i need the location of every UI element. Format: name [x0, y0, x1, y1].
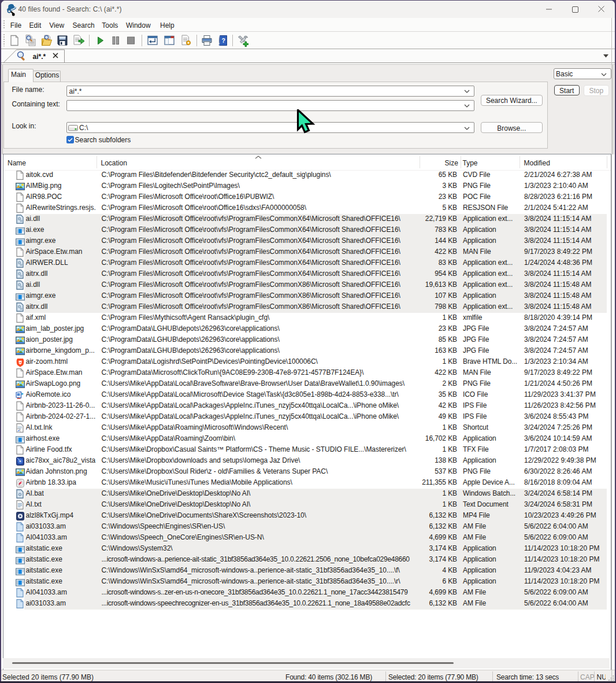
svg-text:?: ?: [221, 36, 225, 43]
